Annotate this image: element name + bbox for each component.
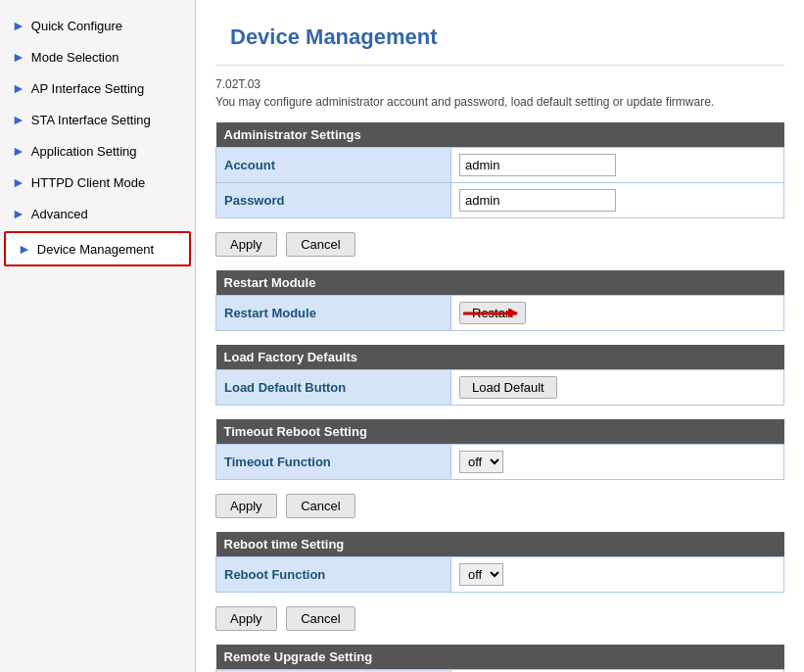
- main-content: Device Management 7.02T.03 You may confi…: [196, 0, 804, 672]
- load-default-row: Load Default Button Load Default: [216, 370, 784, 406]
- timeout-function-row: Timeout Function off on: [216, 445, 784, 480]
- timeout-cancel-button[interactable]: Cancel: [286, 494, 355, 518]
- reboot-btn-row: Apply Cancel: [215, 606, 784, 631]
- restart-header-label: Restart Module: [216, 270, 784, 296]
- remote-header-label: Remote Upgrade Setting: [216, 645, 784, 670]
- timeout-function-label: Timeout Function: [216, 445, 451, 480]
- arrow-icon: ►: [12, 80, 25, 96]
- restart-section-table: Restart Module Restart Module Restart: [215, 270, 784, 331]
- description-text: You may configure administrator account …: [215, 95, 784, 109]
- admin-section-header: Administrator Settings: [216, 122, 784, 148]
- remote-section-header: Remote Upgrade Setting: [216, 645, 784, 670]
- reboot-apply-button[interactable]: Apply: [215, 606, 277, 631]
- admin-apply-button[interactable]: Apply: [215, 232, 277, 257]
- restart-label-text: Restart Module: [224, 306, 316, 320]
- sidebar-item-label: AP Interface Setting: [31, 81, 144, 96]
- arrow-icon: ►: [12, 18, 25, 33]
- sidebar-item-ap-interface-setting[interactable]: ► AP Interface Setting: [0, 72, 195, 104]
- reboot-section-table: Reboot time Setting Reboot Function off …: [215, 532, 784, 593]
- sidebar-item-device-management[interactable]: ► Device Management: [4, 231, 191, 266]
- timeout-btn-row: Apply Cancel: [215, 494, 784, 518]
- timeout-function-select[interactable]: off on: [459, 451, 503, 473]
- sidebar-item-label: Device Management: [37, 242, 154, 257]
- sidebar-item-label: Advanced: [31, 207, 88, 221]
- restart-module-label: Restart Module: [216, 296, 451, 331]
- arrow-icon: ►: [12, 143, 25, 159]
- admin-header-label: Administrator Settings: [216, 122, 784, 148]
- admin-btn-row: Apply Cancel: [215, 232, 784, 257]
- remote-section-table: Remote Upgrade Setting Remote Upgrade fu…: [215, 645, 784, 672]
- sidebar-item-label: Mode Selection: [31, 50, 119, 65]
- timeout-header-label: Timeout Reboot Setting: [216, 419, 784, 445]
- page-title: Device Management: [215, 15, 784, 66]
- account-input[interactable]: [459, 154, 616, 176]
- sidebar-item-sta-interface-setting[interactable]: ► STA Interface Setting: [0, 104, 195, 135]
- arrow-icon: ►: [18, 241, 31, 257]
- reboot-function-select[interactable]: off on: [459, 563, 503, 586]
- sidebar-item-label: Application Setting: [31, 144, 137, 159]
- password-value-cell: [451, 183, 784, 218]
- sidebar-item-label: Quick Configure: [31, 19, 122, 33]
- reboot-function-label: Reboot Function: [216, 557, 451, 593]
- account-label: Account: [216, 148, 451, 183]
- sidebar-item-httpd-client-mode[interactable]: ► HTTPD Client Mode: [0, 167, 195, 198]
- load-default-label: Load Default Button: [216, 370, 451, 406]
- sidebar-item-label: STA Interface Setting: [31, 113, 151, 127]
- restart-section-header: Restart Module: [216, 270, 784, 296]
- account-value-cell: [451, 148, 784, 183]
- password-input[interactable]: [459, 189, 616, 212]
- arrow-icon: ►: [12, 112, 25, 127]
- admin-cancel-button[interactable]: Cancel: [286, 232, 355, 257]
- sidebar-item-advanced[interactable]: ► Advanced: [0, 198, 195, 229]
- arrow-line: [463, 312, 517, 314]
- timeout-section-table: Timeout Reboot Setting Timeout Function …: [215, 419, 784, 480]
- restart-module-row: Restart Module Restart: [216, 296, 784, 331]
- arrowhead: [508, 308, 518, 317]
- password-row: Password: [216, 183, 784, 218]
- account-row: Account: [216, 148, 784, 183]
- reboot-section-header: Reboot time Setting: [216, 532, 784, 557]
- arrow-icon: ►: [12, 206, 25, 221]
- sidebar-item-mode-selection[interactable]: ► Mode Selection: [0, 41, 195, 72]
- sidebar-item-quick-configure[interactable]: ► Quick Configure: [0, 10, 195, 41]
- factory-header-label: Load Factory Defaults: [216, 345, 784, 370]
- arrow-annotation: [463, 312, 517, 314]
- version-text: 7.02T.03: [215, 77, 784, 91]
- sidebar-item-label: HTTPD Client Mode: [31, 175, 145, 190]
- reboot-value-cell: off on: [451, 557, 784, 593]
- reboot-header-label: Reboot time Setting: [216, 532, 784, 557]
- load-default-button[interactable]: Load Default: [459, 376, 557, 399]
- password-label: Password: [216, 183, 451, 218]
- sidebar: ► Quick Configure ► Mode Selection ► AP …: [0, 0, 196, 672]
- arrow-icon: ►: [12, 174, 25, 190]
- timeout-apply-button[interactable]: Apply: [215, 494, 277, 518]
- admin-settings-table: Administrator Settings Account Password: [215, 122, 784, 218]
- timeout-section-header: Timeout Reboot Setting: [216, 419, 784, 445]
- reboot-cancel-button[interactable]: Cancel: [286, 606, 355, 631]
- factory-section-header: Load Factory Defaults: [216, 345, 784, 370]
- timeout-value-cell: off on: [451, 445, 784, 480]
- reboot-function-row: Reboot Function off on: [216, 557, 784, 593]
- load-default-value-cell: Load Default: [451, 370, 784, 406]
- factory-section-table: Load Factory Defaults Load Default Butto…: [215, 345, 784, 406]
- sidebar-item-application-setting[interactable]: ► Application Setting: [0, 135, 195, 167]
- arrow-icon: ►: [12, 49, 25, 65]
